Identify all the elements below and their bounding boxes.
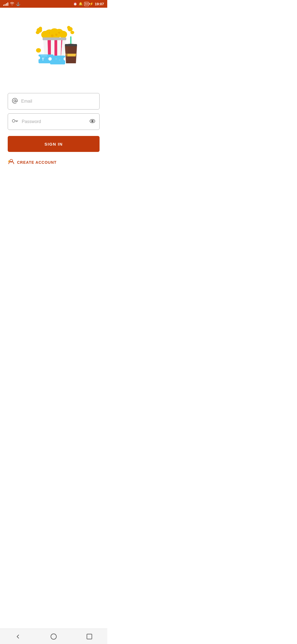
svg-point-20 [37, 56, 40, 59]
signin-button[interactable]: SIGN IN [8, 136, 100, 152]
svg-point-34 [14, 100, 16, 102]
svg-point-29 [55, 58, 57, 60]
svg-point-30 [59, 59, 61, 61]
login-form: SIGN IN CREATE ACCOUNT [8, 93, 100, 166]
battery-indicator: 84 ⚡ [84, 2, 94, 6]
password-input[interactable] [22, 119, 89, 124]
svg-rect-22 [41, 56, 47, 56]
create-account-label: CREATE ACCOUNT [17, 160, 57, 165]
add-person-icon [8, 159, 15, 166]
toggle-password-icon[interactable] [89, 118, 95, 125]
password-field-container[interactable] [8, 113, 100, 130]
svg-point-13 [41, 31, 50, 39]
charging-icon: ⚡ [89, 2, 94, 6]
usb-icon: ⚓ [16, 2, 20, 6]
svg-point-35 [12, 119, 15, 122]
svg-rect-18 [43, 37, 66, 40]
svg-point-6 [36, 48, 41, 53]
app-illustration: T [23, 19, 84, 79]
status-left: ⚓ [3, 2, 20, 6]
svg-point-27 [48, 57, 52, 61]
svg-point-5 [67, 26, 70, 29]
main-content: T [0, 8, 107, 166]
status-right: ⏰ 🔔 84 ⚡ 19:07 [73, 2, 104, 6]
signal-icon [3, 2, 8, 6]
svg-rect-26 [50, 56, 65, 64]
svg-point-24 [44, 57, 45, 59]
svg-point-40 [92, 120, 93, 122]
status-bar: ⚓ ⏰ 🔔 84 ⚡ 19:07 [0, 0, 107, 8]
alarm-icon: ⏰ [73, 2, 77, 6]
wifi-icon [10, 2, 14, 6]
svg-point-4 [70, 31, 74, 34]
key-icon [12, 118, 18, 125]
time-display: 19:07 [95, 2, 104, 6]
email-icon [12, 98, 18, 105]
svg-point-17 [55, 34, 57, 36]
svg-point-1 [36, 31, 40, 34]
svg-point-16 [51, 34, 54, 37]
battery-level: 84 [84, 2, 89, 6]
svg-point-14 [59, 31, 67, 38]
create-account-button[interactable]: CREATE ACCOUNT [8, 159, 100, 166]
mute-icon: 🔔 [79, 2, 83, 6]
email-field-container[interactable] [8, 93, 100, 110]
svg-point-2 [39, 27, 42, 30]
svg-rect-33 [65, 44, 77, 46]
email-input[interactable] [21, 99, 95, 104]
